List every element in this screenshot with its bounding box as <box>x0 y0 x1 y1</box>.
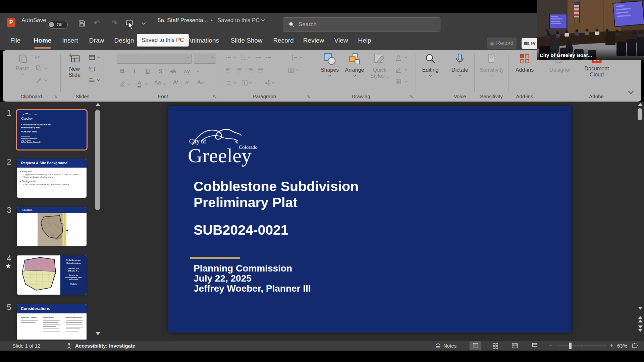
chevron-down-icon[interactable] <box>299 56 303 58</box>
chevron-down-icon[interactable] <box>233 56 236 58</box>
next-slide-button[interactable] <box>638 325 643 332</box>
accessibility-status[interactable]: Accessibility: Investigate <box>75 341 135 351</box>
chevron-down-icon[interactable] <box>249 82 252 84</box>
format-painter-icon[interactable] <box>36 77 42 83</box>
slide-scrollbar-thumb[interactable] <box>638 108 642 120</box>
dictate-button[interactable]: Dictate <box>448 53 472 77</box>
chevron-down-icon[interactable] <box>233 82 236 84</box>
align-text-icon[interactable] <box>241 80 248 86</box>
new-slide-button[interactable]: New Slide <box>64 53 85 78</box>
clipboard-dialog-launcher-icon[interactable] <box>53 94 57 99</box>
editing-button[interactable]: Editing <box>419 53 442 77</box>
save-status-label[interactable]: Saved to this PC <box>217 15 260 26</box>
strikethrough-button[interactable]: ab <box>170 68 176 74</box>
tab-home[interactable]: Home <box>34 37 52 44</box>
bold-button[interactable]: B <box>120 68 124 75</box>
notes-toggle[interactable]: Notes <box>443 341 457 351</box>
chevron-down-icon[interactable] <box>44 79 48 81</box>
numbering-icon[interactable] <box>240 54 247 61</box>
thumbnail-scrollbar-thumb[interactable] <box>95 110 100 210</box>
decrease-indent-icon[interactable] <box>256 54 262 61</box>
align-center-icon[interactable] <box>236 67 243 73</box>
shape-effects-icon[interactable] <box>395 78 402 85</box>
arrange-button[interactable]: Arrange <box>343 53 366 77</box>
chevron-down-icon[interactable] <box>163 83 166 85</box>
collapse-ribbon-chevron-icon[interactable] <box>628 90 634 94</box>
paragraph-dialog-launcher-icon[interactable] <box>306 94 311 99</box>
drawing-dialog-launcher-icon[interactable] <box>409 94 414 99</box>
tab-review[interactable]: Review <box>303 37 324 44</box>
font-color-button[interactable]: A <box>138 80 141 87</box>
slide-thumbnail-5[interactable]: Considerations Approval Criteria Notific… <box>17 304 87 340</box>
previous-slide-button[interactable] <box>638 316 643 322</box>
slide-scroll-down-arrow[interactable] <box>638 307 643 310</box>
paste-button[interactable]: Paste <box>13 53 32 75</box>
chevron-down-icon[interactable] <box>248 56 251 58</box>
tab-animations[interactable]: Animations <box>187 37 219 44</box>
increase-font-button[interactable]: A▴ <box>173 79 178 86</box>
chevron-down-icon[interactable] <box>145 83 148 85</box>
bullets-icon[interactable] <box>225 54 232 61</box>
convert-smartart-icon[interactable] <box>264 80 271 86</box>
chevron-down-icon[interactable] <box>405 80 408 82</box>
save-icon[interactable] <box>78 20 86 27</box>
chevron-down-icon[interactable] <box>197 70 200 72</box>
search-input[interactable] <box>298 21 427 28</box>
text-highlight-icon[interactable] <box>119 80 126 87</box>
chevron-down-icon[interactable] <box>97 56 100 58</box>
font-dialog-launcher-icon[interactable] <box>213 94 217 99</box>
slide-thumbnail-3[interactable]: Location <box>17 207 87 246</box>
tab-design[interactable]: Design <box>114 37 134 44</box>
tab-slideshow[interactable]: Slide Show <box>230 37 262 44</box>
copy-icon[interactable] <box>36 65 42 71</box>
slide-canvas[interactable]: City of Colorado Greeley Cobblestone Sub… <box>168 106 571 333</box>
chevron-down-icon[interactable] <box>405 56 408 58</box>
reset-slide-icon[interactable] <box>89 66 95 72</box>
clear-format-button[interactable]: A⊘ <box>197 79 204 85</box>
record-button[interactable]: ◉ Record <box>487 38 517 49</box>
tab-help[interactable]: Help <box>358 37 371 44</box>
chevron-down-icon[interactable] <box>405 68 408 70</box>
reading-view-button[interactable] <box>509 342 521 350</box>
tab-record[interactable]: Record <box>273 37 293 44</box>
increase-indent-icon[interactable] <box>265 54 271 61</box>
quick-styles-button[interactable]: Quick Styles ⌄ <box>368 53 392 79</box>
slide-scroll-up-arrow[interactable] <box>638 103 643 106</box>
font-size-combobox[interactable] <box>194 54 216 64</box>
undo-icon[interactable]: ↶ <box>94 19 100 27</box>
shape-fill-icon[interactable] <box>395 54 402 61</box>
underline-button[interactable]: U <box>146 68 150 75</box>
line-spacing-icon[interactable] <box>291 54 298 61</box>
chevron-down-icon[interactable] <box>44 67 48 69</box>
character-spacing-button[interactable]: AV <box>184 68 190 74</box>
tab-insert[interactable]: Insert <box>62 37 78 44</box>
cut-icon[interactable]: ✂ <box>35 54 40 61</box>
redo-icon[interactable]: ↷ <box>111 19 117 27</box>
fit-to-window-icon[interactable] <box>631 342 638 349</box>
tab-draw[interactable]: Draw <box>89 37 104 44</box>
thumbnail-scroll-down-arrow[interactable] <box>96 332 100 335</box>
slide-sorter-view-button[interactable] <box>489 342 501 350</box>
chevron-down-icon[interactable] <box>296 69 299 71</box>
tab-file[interactable]: File <box>10 37 21 44</box>
chevron-down-icon[interactable] <box>127 83 131 85</box>
normal-view-button[interactable] <box>470 342 481 350</box>
italic-button[interactable]: I <box>133 68 136 75</box>
slide-thumbnail-1[interactable]: Greeley Cobblestone Subdivision Prelimin… <box>17 110 87 149</box>
search-bar[interactable] <box>283 17 440 32</box>
zoom-slider-thumb[interactable] <box>569 343 572 349</box>
sensitivity-button[interactable]: Sensitivity <box>476 53 507 77</box>
zoom-in-button[interactable]: + <box>610 341 613 351</box>
zoom-level[interactable]: 63% <box>617 341 627 351</box>
text-shadow-button[interactable]: S <box>158 68 162 75</box>
addins-button[interactable]: Add-ins <box>510 53 539 73</box>
customize-qat-chevron-icon[interactable] <box>142 22 146 25</box>
text-direction-icon[interactable] <box>225 80 232 86</box>
zoom-out-button[interactable]: − <box>549 341 552 351</box>
change-case-button[interactable]: Aa <box>154 80 161 86</box>
font-name-combobox[interactable] <box>117 54 192 64</box>
thumbnail-scroll-up-arrow[interactable] <box>96 103 100 106</box>
layout-icon[interactable] <box>89 54 95 61</box>
slide-thumbnail-2[interactable]: Request & Site Background • Request: • A… <box>17 159 87 198</box>
align-left-icon[interactable] <box>225 67 232 73</box>
